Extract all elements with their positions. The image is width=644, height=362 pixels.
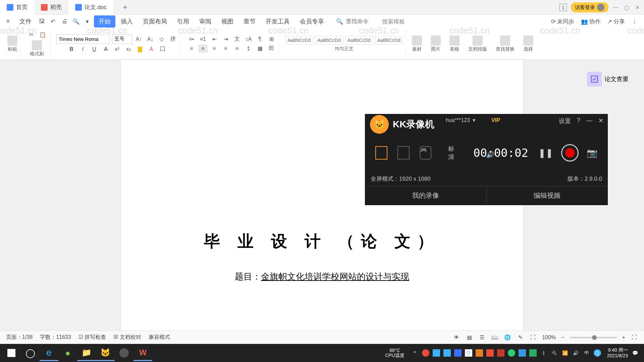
menu-more-icon[interactable]: ⋮ (632, 18, 637, 25)
tray-ime-icon[interactable]: 中 (583, 349, 590, 357)
zoom-slider[interactable] (570, 337, 617, 338)
taskbar-music-icon[interactable] (115, 345, 133, 361)
align-center-icon[interactable]: ≡ (198, 45, 208, 53)
align-right-icon[interactable]: ≡ (210, 45, 219, 53)
tray-app3-icon[interactable] (454, 349, 462, 357)
style-heading2[interactable]: AaBbCcDd (345, 36, 373, 45)
tray-shield-icon[interactable]: 🛡 (465, 349, 472, 357)
align-left-icon[interactable]: ≡ (187, 45, 196, 53)
recorder-minimize-icon[interactable]: — (586, 117, 592, 125)
menu-start[interactable]: 开始 (94, 15, 115, 27)
word-count[interactable]: 字数：11633 (40, 334, 71, 341)
window-count-badge[interactable]: 1 (559, 4, 567, 11)
tray-power-icon[interactable]: 🔌 (551, 349, 558, 357)
shading-icon[interactable]: ▦ (255, 45, 265, 53)
cut-icon[interactable]: ✂ (26, 31, 36, 39)
tray-notifications-icon[interactable]: 💬 (631, 349, 639, 357)
menu-file[interactable]: 文件 (15, 15, 36, 27)
zoom-in-button[interactable]: + (622, 335, 625, 341)
font-color-icon[interactable]: A (147, 45, 156, 53)
menu-layout[interactable]: 页面布局 (138, 15, 172, 27)
style-heading3[interactable]: AaBbCcDd (375, 36, 403, 45)
taskbar-explorer-icon[interactable]: 📁 (77, 345, 96, 361)
highlight-icon[interactable]: ▇ (135, 45, 145, 53)
start-button[interactable] (2, 345, 21, 361)
undo-icon[interactable]: ↶ (48, 17, 58, 26)
sort-icon[interactable]: ↕A (244, 35, 253, 43)
print-icon[interactable]: 🖨 (60, 17, 69, 26)
outline-view-icon[interactable]: ☰ (478, 334, 486, 341)
tray-wechat-icon[interactable] (508, 349, 515, 357)
doc-layout-button[interactable]: 文档排版 (468, 36, 487, 52)
zoom-value[interactable]: 100% (542, 335, 556, 341)
tab-home[interactable]: 首页 (0, 0, 34, 15)
align-distribute-icon[interactable]: ≡ (232, 45, 242, 53)
select-button[interactable]: 选择 (523, 36, 533, 52)
line-spacing-icon[interactable]: ‡ (244, 45, 253, 53)
quality-select[interactable]: 标清 (448, 145, 457, 161)
indent-inc-icon[interactable]: ⇥ (221, 35, 230, 43)
sound-toggle-icon[interactable]: 🔊 (486, 150, 494, 159)
image-button[interactable]: 图片 (431, 36, 441, 52)
menu-insert[interactable]: 插入 (116, 15, 138, 27)
numbering-icon[interactable]: ≡1 (198, 35, 208, 43)
font-family-select[interactable]: Times New Roma (56, 35, 110, 44)
format-brush-button[interactable]: 格式刷 (30, 40, 44, 57)
taskbar-browser-icon[interactable]: ● (58, 345, 77, 361)
material-button[interactable]: 素材 (412, 36, 422, 52)
tab-daoke[interactable]: 稻壳 (34, 0, 68, 15)
subscript-icon[interactable]: x₂ (124, 45, 133, 53)
collab-button[interactable]: 👥 协作 (581, 18, 601, 25)
clear-format-icon[interactable]: ◇ (157, 35, 166, 43)
tray-app5-icon[interactable] (486, 349, 494, 357)
mode-region-button[interactable] (397, 146, 410, 160)
minimize-button[interactable]: — (612, 4, 619, 11)
spellcheck-toggle[interactable]: ☑ 拼写检查 (78, 334, 106, 341)
tray-battery-icon[interactable] (529, 349, 537, 357)
tray-search-icon[interactable]: Q (594, 349, 601, 357)
menu-view[interactable]: 视图 (217, 15, 238, 27)
pause-button[interactable]: ❚❚ (538, 148, 553, 158)
tab-stops-icon[interactable]: ⊞ (267, 35, 276, 43)
fit-icon[interactable]: ⛶ (529, 334, 537, 341)
fullscreen-icon[interactable]: ⛶ (631, 334, 638, 341)
taskbar-weather[interactable]: 66°CCPU温度 (385, 348, 405, 358)
border-icon[interactable]: 田 (267, 45, 276, 53)
close-button[interactable]: ✕ (634, 4, 641, 11)
phonetic-icon[interactable]: 拼 (168, 35, 178, 43)
menu-devtools[interactable]: 开发工具 (261, 15, 294, 27)
recorder-close-icon[interactable]: ✕ (598, 117, 603, 125)
font-size-select[interactable]: 五号 (112, 35, 132, 44)
recorder-help-icon[interactable]: ? (577, 117, 580, 125)
plagiarism-check-panel[interactable]: 论文查重 (585, 70, 631, 88)
strike-icon[interactable]: A̶ (101, 45, 110, 53)
document-page[interactable]: 毕 业 设 计 （论 文） 题目：金旗帜文化培训学校网站的设计与实现 (121, 60, 523, 362)
web-view-icon[interactable]: 🌐 (504, 334, 511, 341)
preview-icon[interactable]: 🔍 (71, 17, 80, 26)
asian-layout-icon[interactable]: 文 (232, 35, 242, 43)
style-heading1[interactable]: AaBbCcDd (315, 36, 343, 45)
login-button[interactable]: 访客登录 (571, 2, 608, 12)
proofread-toggle[interactable]: ☒ 文档校对 (113, 334, 141, 341)
underline-icon[interactable]: U (90, 45, 99, 53)
taskbar-ie-icon[interactable]: e (40, 345, 58, 361)
read-view-icon[interactable]: 📖 (491, 334, 498, 341)
menu-review[interactable]: 审阅 (195, 15, 216, 27)
indent-dec-icon[interactable]: ⇤ (210, 35, 219, 43)
share-button[interactable]: ↗ 分享 (607, 18, 625, 25)
bullets-icon[interactable]: ≡• (187, 35, 196, 43)
sync-status[interactable]: ⟳ 未同步 (551, 18, 574, 25)
tray-security-icon[interactable] (422, 349, 429, 357)
mode-game-button[interactable]: 🎮 (420, 146, 432, 160)
taskbar-wps-icon[interactable]: W (133, 345, 152, 361)
tray-clock[interactable]: 9:40 周一2021/8/23 (607, 347, 628, 359)
tray-app7-icon[interactable] (519, 349, 526, 357)
find-replace-button[interactable]: 查找替换 (496, 36, 515, 52)
italic-icon[interactable]: I (78, 45, 88, 53)
tray-bluetooth-icon[interactable]: ᛒ (540, 349, 547, 357)
grow-font-icon[interactable]: A↑ (134, 35, 144, 43)
char-border-icon[interactable]: 囗 (158, 45, 167, 53)
table-button[interactable]: 表格 (449, 36, 460, 52)
page-indicator[interactable]: 页面：1/38 (6, 334, 33, 341)
save-icon[interactable]: 🖫 (37, 17, 46, 26)
